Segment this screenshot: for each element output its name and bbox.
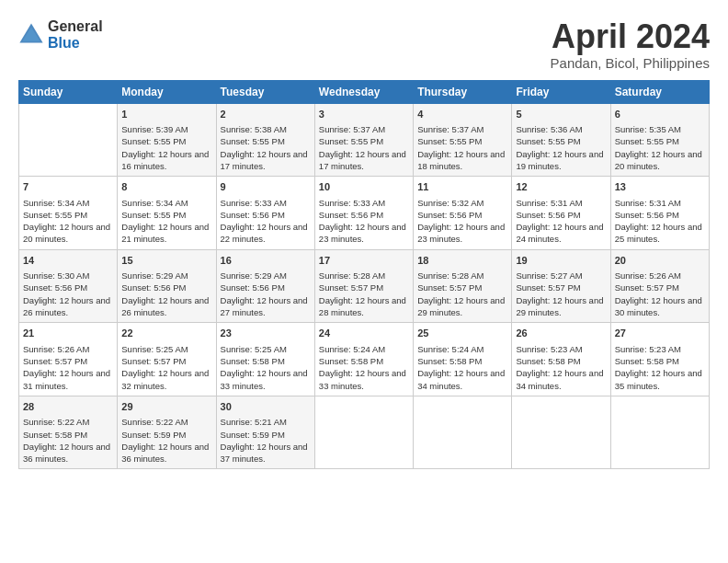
logo: General Blue bbox=[18, 18, 103, 51]
day-number: 29 bbox=[121, 400, 211, 414]
calendar-cell bbox=[512, 396, 610, 469]
calendar-cell: 25Sunrise: 5:24 AMSunset: 5:58 PMDayligh… bbox=[414, 323, 512, 396]
calendar-cell: 13Sunrise: 5:31 AMSunset: 5:56 PMDayligh… bbox=[610, 177, 709, 250]
title-block: April 2024 Pandan, Bicol, Philippines bbox=[551, 18, 710, 71]
day-number: 12 bbox=[516, 180, 606, 194]
week-row-4: 21Sunrise: 5:26 AMSunset: 5:57 PMDayligh… bbox=[19, 323, 710, 396]
calendar-cell: 2Sunrise: 5:38 AMSunset: 5:55 PMDaylight… bbox=[216, 103, 314, 177]
col-header-thursday: Thursday bbox=[414, 80, 512, 103]
day-number: 6 bbox=[615, 108, 705, 121]
day-number: 17 bbox=[319, 254, 409, 268]
day-number: 9 bbox=[221, 180, 311, 194]
day-number: 5 bbox=[516, 108, 606, 121]
calendar-cell: 27Sunrise: 5:23 AMSunset: 5:58 PMDayligh… bbox=[610, 323, 709, 396]
calendar-cell: 12Sunrise: 5:31 AMSunset: 5:56 PMDayligh… bbox=[512, 177, 610, 250]
calendar-cell: 5Sunrise: 5:36 AMSunset: 5:55 PMDaylight… bbox=[512, 103, 610, 177]
day-number: 26 bbox=[516, 327, 606, 340]
day-number: 23 bbox=[221, 327, 311, 340]
calendar-cell: 30Sunrise: 5:21 AMSunset: 5:59 PMDayligh… bbox=[216, 396, 314, 469]
col-header-saturday: Saturday bbox=[610, 80, 709, 103]
col-header-wednesday: Wednesday bbox=[314, 80, 413, 103]
day-number: 19 bbox=[516, 254, 606, 268]
week-row-2: 7Sunrise: 5:34 AMSunset: 5:55 PMDaylight… bbox=[19, 177, 710, 250]
calendar-cell: 9Sunrise: 5:33 AMSunset: 5:56 PMDaylight… bbox=[216, 177, 314, 250]
calendar-cell: 26Sunrise: 5:23 AMSunset: 5:58 PMDayligh… bbox=[512, 323, 610, 396]
calendar-cell: 21Sunrise: 5:26 AMSunset: 5:57 PMDayligh… bbox=[19, 323, 118, 396]
calendar-cell bbox=[19, 103, 118, 177]
col-header-tuesday: Tuesday bbox=[216, 80, 314, 103]
day-number: 7 bbox=[23, 180, 113, 194]
calendar-cell: 8Sunrise: 5:34 AMSunset: 5:55 PMDaylight… bbox=[118, 177, 216, 250]
calendar-cell: 29Sunrise: 5:22 AMSunset: 5:59 PMDayligh… bbox=[118, 396, 216, 469]
day-number: 18 bbox=[417, 254, 507, 268]
calendar-cell: 15Sunrise: 5:29 AMSunset: 5:56 PMDayligh… bbox=[118, 249, 216, 323]
calendar-cell: 4Sunrise: 5:37 AMSunset: 5:55 PMDaylight… bbox=[414, 103, 512, 177]
calendar-cell bbox=[610, 396, 709, 469]
col-header-monday: Monday bbox=[118, 80, 216, 103]
calendar-cell: 22Sunrise: 5:25 AMSunset: 5:57 PMDayligh… bbox=[118, 323, 216, 396]
calendar-cell: 10Sunrise: 5:33 AMSunset: 5:56 PMDayligh… bbox=[314, 177, 413, 250]
day-number: 28 bbox=[23, 400, 113, 414]
day-number: 11 bbox=[417, 180, 507, 194]
day-number: 20 bbox=[615, 254, 705, 268]
calendar-cell: 1Sunrise: 5:39 AMSunset: 5:55 PMDaylight… bbox=[118, 103, 216, 177]
day-number: 27 bbox=[615, 327, 705, 340]
calendar-cell: 14Sunrise: 5:30 AMSunset: 5:56 PMDayligh… bbox=[19, 249, 118, 323]
day-number: 21 bbox=[23, 327, 113, 340]
calendar-cell: 17Sunrise: 5:28 AMSunset: 5:57 PMDayligh… bbox=[314, 249, 413, 323]
calendar-cell bbox=[314, 396, 413, 469]
day-number: 13 bbox=[615, 180, 705, 194]
calendar-cell: 19Sunrise: 5:27 AMSunset: 5:57 PMDayligh… bbox=[512, 249, 610, 323]
header-row: SundayMondayTuesdayWednesdayThursdayFrid… bbox=[19, 80, 710, 103]
day-number: 22 bbox=[121, 327, 211, 340]
week-row-3: 14Sunrise: 5:30 AMSunset: 5:56 PMDayligh… bbox=[19, 249, 710, 323]
calendar-table: SundayMondayTuesdayWednesdayThursdayFrid… bbox=[18, 80, 710, 470]
calendar-cell: 3Sunrise: 5:37 AMSunset: 5:55 PMDaylight… bbox=[314, 103, 413, 177]
day-number: 10 bbox=[319, 180, 409, 194]
day-number: 8 bbox=[121, 180, 211, 194]
col-header-sunday: Sunday bbox=[19, 80, 118, 103]
day-number: 24 bbox=[319, 327, 409, 340]
calendar-cell: 18Sunrise: 5:28 AMSunset: 5:57 PMDayligh… bbox=[414, 249, 512, 323]
calendar-cell bbox=[414, 396, 512, 469]
day-number: 16 bbox=[221, 254, 311, 268]
logo-general: General bbox=[48, 18, 103, 35]
logo-icon bbox=[18, 22, 44, 48]
day-number: 2 bbox=[221, 108, 311, 121]
calendar-cell: 20Sunrise: 5:26 AMSunset: 5:57 PMDayligh… bbox=[610, 249, 709, 323]
calendar-cell: 24Sunrise: 5:24 AMSunset: 5:58 PMDayligh… bbox=[314, 323, 413, 396]
subtitle: Pandan, Bicol, Philippines bbox=[551, 55, 710, 71]
day-number: 25 bbox=[417, 327, 507, 340]
day-number: 3 bbox=[319, 108, 409, 121]
page: General Blue April 2024 Pandan, Bicol, P… bbox=[0, 0, 728, 563]
calendar-cell: 23Sunrise: 5:25 AMSunset: 5:58 PMDayligh… bbox=[216, 323, 314, 396]
day-number: 15 bbox=[121, 254, 211, 268]
main-title: April 2024 bbox=[551, 18, 710, 55]
day-number: 4 bbox=[417, 108, 507, 121]
day-number: 30 bbox=[221, 400, 311, 414]
calendar-cell: 16Sunrise: 5:29 AMSunset: 5:56 PMDayligh… bbox=[216, 249, 314, 323]
calendar-cell: 28Sunrise: 5:22 AMSunset: 5:58 PMDayligh… bbox=[19, 396, 118, 469]
calendar-cell: 6Sunrise: 5:35 AMSunset: 5:55 PMDaylight… bbox=[610, 103, 709, 177]
calendar-cell: 7Sunrise: 5:34 AMSunset: 5:55 PMDaylight… bbox=[19, 177, 118, 250]
calendar-cell: 11Sunrise: 5:32 AMSunset: 5:56 PMDayligh… bbox=[414, 177, 512, 250]
col-header-friday: Friday bbox=[512, 80, 610, 103]
header: General Blue April 2024 Pandan, Bicol, P… bbox=[18, 18, 710, 71]
logo-blue: Blue bbox=[48, 35, 103, 52]
logo-text: General Blue bbox=[48, 18, 103, 51]
week-row-1: 1Sunrise: 5:39 AMSunset: 5:55 PMDaylight… bbox=[19, 103, 710, 177]
day-number: 1 bbox=[121, 108, 211, 121]
day-number: 14 bbox=[23, 254, 113, 268]
week-row-5: 28Sunrise: 5:22 AMSunset: 5:58 PMDayligh… bbox=[19, 396, 710, 469]
